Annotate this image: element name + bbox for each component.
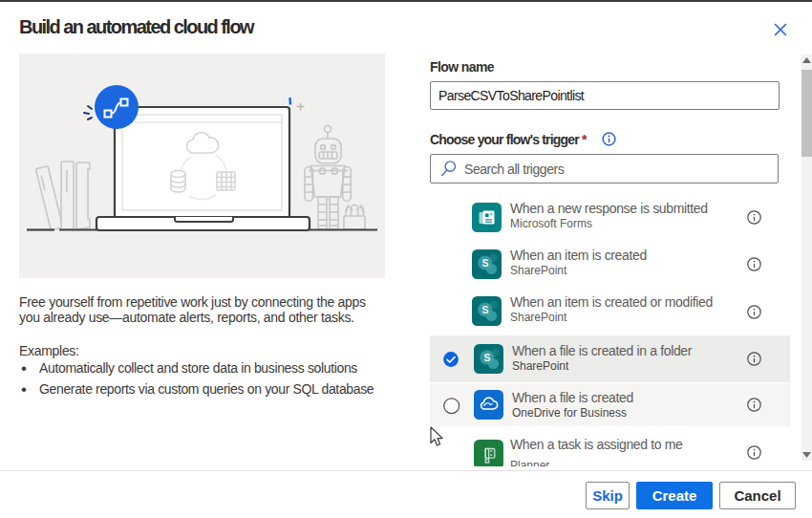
svg-text:S: S: [484, 352, 491, 363]
svg-text:S: S: [482, 304, 489, 315]
svg-text:S: S: [482, 257, 489, 269]
